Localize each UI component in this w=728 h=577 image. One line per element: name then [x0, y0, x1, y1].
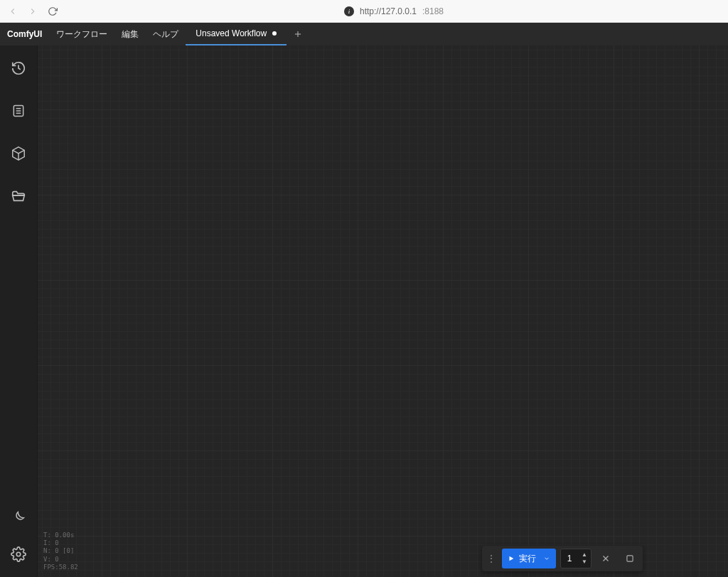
- main-area: T: 0.00s I: 0 N: 0 [0] V: 0 FPS:58.82 ⋮ …: [0, 45, 728, 577]
- app-shell: ComfyUI ワークフロー 編集 ヘルプ Unsaved Workflow: [0, 23, 728, 577]
- drag-handle-icon[interactable]: ⋮: [485, 554, 498, 563]
- stop-button[interactable]: [620, 549, 640, 568]
- history-button[interactable]: [9, 58, 28, 78]
- nodes-button[interactable]: [9, 144, 28, 163]
- theme-toggle-button[interactable]: [9, 507, 28, 527]
- forward-button[interactable]: [26, 4, 40, 18]
- settings-button[interactable]: [9, 544, 28, 564]
- batch-count-stepper: ▲ ▼: [578, 551, 591, 566]
- batch-count-value[interactable]: 1: [561, 554, 578, 563]
- add-tab-button[interactable]: [287, 23, 309, 45]
- url-host: http://127.0.0.1: [360, 6, 417, 16]
- workflow-tab[interactable]: Unsaved Workflow: [186, 23, 287, 45]
- chevron-down-icon[interactable]: [543, 555, 550, 562]
- menubar: ComfyUI ワークフロー 編集 ヘルプ Unsaved Workflow: [0, 23, 728, 45]
- menu-help[interactable]: ヘルプ: [146, 23, 186, 45]
- reload-button[interactable]: [46, 4, 60, 18]
- queue-button[interactable]: [9, 101, 28, 121]
- unsaved-indicator-icon: [272, 31, 277, 36]
- url-port: :8188: [422, 6, 444, 16]
- left-rail: [0, 45, 37, 577]
- debug-i: I: 0: [43, 539, 78, 547]
- svg-point-6: [16, 552, 21, 556]
- menu-workflow[interactable]: ワークフロー: [49, 23, 114, 45]
- address-bar[interactable]: i http://127.0.0.1:8188: [65, 5, 722, 18]
- back-button[interactable]: [6, 4, 20, 18]
- run-button[interactable]: 実行: [502, 549, 556, 568]
- debug-n: N: 0 [0]: [43, 547, 78, 555]
- graph-canvas[interactable]: [38, 45, 728, 577]
- step-up-icon[interactable]: ▲: [581, 551, 588, 559]
- cancel-button[interactable]: [596, 549, 616, 568]
- batch-count: 1 ▲ ▼: [560, 549, 592, 568]
- step-down-icon[interactable]: ▼: [581, 559, 588, 566]
- debug-time: T: 0.00s: [43, 532, 78, 539]
- debug-v: V: 0: [43, 556, 78, 563]
- execution-toolbar: ⋮ 実行 1 ▲ ▼: [482, 546, 643, 571]
- play-icon: [508, 555, 515, 562]
- canvas-area[interactable]: T: 0.00s I: 0 N: 0 [0] V: 0 FPS:58.82 ⋮ …: [37, 45, 728, 577]
- site-info-icon[interactable]: i: [344, 6, 354, 16]
- brand-label[interactable]: ComfyUI: [0, 23, 49, 45]
- svg-rect-10: [627, 556, 633, 561]
- debug-stats: T: 0.00s I: 0 N: 0 [0] V: 0 FPS:58.82: [43, 532, 78, 571]
- run-label: 実行: [519, 553, 536, 565]
- folder-button[interactable]: [9, 186, 28, 206]
- workflow-tab-title: Unsaved Workflow: [196, 28, 267, 38]
- debug-fps: FPS:58.82: [43, 563, 78, 571]
- browser-chrome: i http://127.0.0.1:8188: [0, 0, 728, 23]
- menu-edit[interactable]: 編集: [114, 23, 146, 45]
- svg-marker-7: [510, 556, 514, 561]
